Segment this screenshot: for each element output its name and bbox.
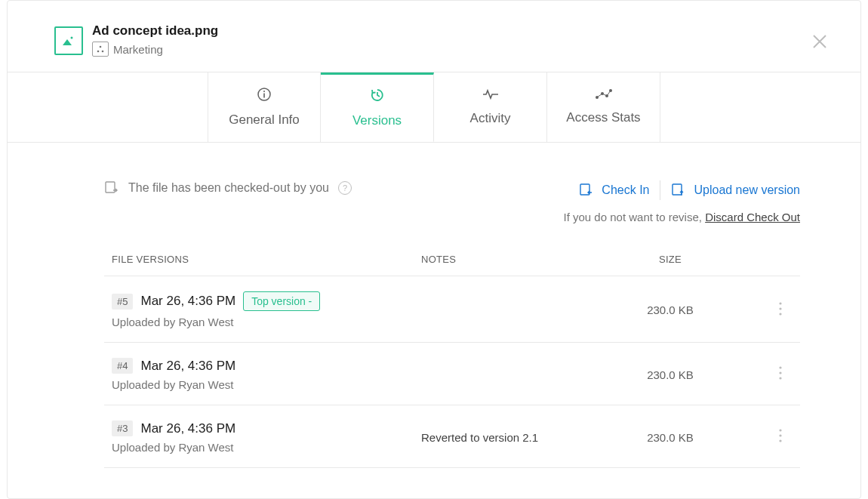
col-header-notes: NOTES: [421, 254, 602, 265]
folder-icon: [92, 42, 109, 57]
history-icon: [370, 88, 385, 106]
version-notes: Reverted to version 2.1: [421, 431, 602, 444]
discard-prefix: If you do not want to revise,: [564, 211, 706, 223]
checkout-status-text: The file has been checked-out by you: [128, 181, 329, 195]
tab-activity[interactable]: Activity: [434, 72, 547, 142]
tabs-bar: General Info Versions Activity Access St…: [8, 72, 860, 143]
upload-new-version-button[interactable]: Upload new version: [671, 183, 800, 198]
svg-point-19: [779, 377, 781, 379]
folder-name: Marketing: [113, 43, 163, 56]
row-menu-button[interactable]: [776, 363, 785, 386]
svg-point-1: [100, 46, 102, 48]
check-in-label: Check In: [602, 183, 649, 197]
kebab-icon: [779, 429, 782, 442]
tab-access-stats[interactable]: Access Stats: [547, 72, 660, 142]
version-number-badge: #4: [112, 358, 133, 374]
tab-versions[interactable]: Versions: [321, 72, 434, 142]
checkout-icon: [104, 180, 119, 196]
file-info: Ad concept idea.png Marketing: [92, 23, 218, 57]
tab-label: Activity: [470, 111, 511, 126]
close-icon: [811, 32, 829, 51]
upload-label: Upload new version: [694, 183, 800, 197]
file-folder-row: Marketing: [92, 42, 218, 57]
version-main: #5Mar 26, 4:36 PMTop version -Uploaded b…: [112, 291, 421, 328]
version-actions: [738, 299, 800, 322]
col-header-versions: FILE VERSIONS: [112, 254, 421, 265]
svg-point-5: [263, 91, 265, 92]
hierarchy-icon: [96, 45, 105, 53]
check-in-icon: [579, 183, 594, 198]
discard-row: If you do not want to revise, Discard Ch…: [564, 211, 800, 223]
upload-icon: [671, 183, 686, 198]
discard-checkout-link[interactable]: Discard Check Out: [705, 211, 800, 223]
version-size: 230.0 KB: [602, 431, 738, 444]
uploaded-by: Uploaded by Ryan West: [112, 378, 421, 391]
svg-point-22: [779, 439, 781, 442]
file-details-modal: Ad concept idea.png Marketing: [7, 0, 861, 499]
row-menu-button[interactable]: [776, 426, 785, 448]
version-date: Mar 26, 4:36 PM: [140, 294, 235, 309]
svg-point-17: [779, 366, 781, 368]
actions-row: Check In Upload new version: [579, 180, 800, 200]
kebab-icon: [779, 302, 782, 316]
version-size: 230.0 KB: [602, 368, 738, 381]
uploaded-by: Uploaded by Ryan West: [112, 316, 421, 328]
uploaded-by: Uploaded by Ryan West: [112, 441, 421, 454]
version-number-badge: #3: [112, 420, 133, 436]
svg-point-15: [779, 307, 781, 310]
info-icon: [257, 87, 272, 105]
version-row: #3Mar 26, 4:36 PMUploaded by Ryan WestRe…: [104, 405, 800, 468]
svg-point-18: [779, 371, 781, 374]
file-title: Ad concept idea.png: [92, 23, 218, 39]
help-icon[interactable]: ?: [338, 181, 352, 195]
versions-panel: The file has been checked-out by you ? C…: [8, 143, 860, 468]
status-bar: The file has been checked-out by you ? C…: [104, 180, 800, 223]
version-main: #3Mar 26, 4:36 PMUploaded by Ryan West: [112, 420, 421, 454]
activity-icon: [482, 88, 499, 103]
version-line1: #3Mar 26, 4:36 PM: [112, 420, 421, 436]
svg-rect-13: [673, 184, 682, 195]
status-right: Check In Upload new version If you do no…: [564, 180, 800, 223]
file-type-icon: [54, 26, 83, 55]
svg-point-2: [97, 51, 100, 53]
modal-header: Ad concept idea.png Marketing: [8, 1, 860, 72]
svg-point-20: [779, 429, 781, 431]
svg-rect-11: [106, 182, 115, 193]
svg-point-3: [102, 51, 104, 53]
tab-label: Versions: [352, 113, 402, 128]
version-line1: #5Mar 26, 4:36 PMTop version -: [112, 291, 421, 311]
col-header-size: SIZE: [602, 254, 738, 265]
top-version-badge: Top version -: [243, 291, 320, 311]
tab-label: Access Stats: [566, 110, 640, 125]
check-in-button[interactable]: Check In: [579, 183, 649, 198]
action-divider: [660, 180, 660, 200]
version-row: #4Mar 26, 4:36 PMUploaded by Ryan West23…: [104, 343, 800, 405]
tabs: General Info Versions Activity Access St…: [208, 72, 660, 142]
stats-icon: [595, 89, 613, 103]
row-menu-button[interactable]: [776, 299, 785, 322]
tab-general-info[interactable]: General Info: [208, 72, 321, 142]
image-icon: [61, 35, 76, 47]
versions-table-header: FILE VERSIONS NOTES SIZE: [104, 242, 800, 276]
svg-point-0: [71, 37, 73, 39]
close-button[interactable]: [811, 32, 829, 54]
svg-point-16: [779, 313, 781, 315]
version-date: Mar 26, 4:36 PM: [140, 359, 235, 374]
version-size: 230.0 KB: [602, 303, 738, 316]
kebab-icon: [779, 366, 782, 380]
tab-label: General Info: [229, 112, 300, 128]
svg-point-21: [779, 434, 781, 436]
version-line1: #4Mar 26, 4:36 PM: [112, 358, 421, 374]
version-actions: [738, 363, 800, 386]
version-date: Mar 26, 4:36 PM: [140, 421, 235, 436]
version-main: #4Mar 26, 4:36 PMUploaded by Ryan West: [112, 358, 421, 391]
status-left: The file has been checked-out by you ?: [104, 180, 352, 196]
versions-table-body: #5Mar 26, 4:36 PMTop version -Uploaded b…: [104, 276, 800, 468]
version-actions: [738, 426, 800, 448]
version-row: #5Mar 26, 4:36 PMTop version -Uploaded b…: [104, 276, 800, 343]
svg-rect-6: [263, 94, 265, 98]
svg-point-14: [779, 302, 781, 304]
version-number-badge: #5: [112, 294, 133, 310]
